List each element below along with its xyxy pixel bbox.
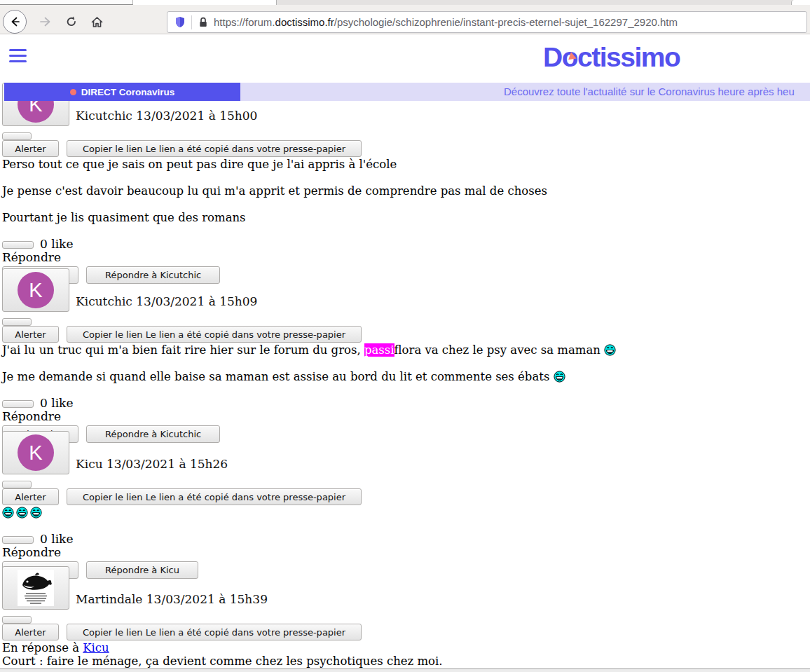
post-actions: Alerter Copier le lien Le lien a été cop…	[2, 488, 362, 505]
alert-button[interactable]: Alerter	[2, 326, 59, 343]
coronavirus-direct-label: DIRECT Coronavirus	[81, 87, 175, 97]
post-author-date: Kicutchic 13/03/2021 à 15h00	[76, 109, 257, 123]
like-count: 0 like	[40, 237, 73, 251]
like-button[interactable]	[2, 241, 34, 249]
coronavirus-banner: DIRECT Coronavirus Découvrez toute l'act…	[4, 83, 810, 101]
url-domain: doctissimo.fr	[275, 16, 334, 28]
laughing-smiley-icon	[554, 371, 565, 383]
tracking-protection-shield-icon[interactable]	[167, 16, 191, 28]
laughing-smiley-icon	[30, 507, 42, 519]
browser-tab-strip	[0, 0, 810, 5]
find-highlighted-text: passi	[364, 343, 394, 357]
avatar-button[interactable]	[2, 566, 69, 610]
reply-buttons-row: Répondre Répondre à Kicu	[2, 561, 806, 579]
laughing-smiley-icon	[604, 344, 616, 356]
post-content: J'ai lu un truc qui m'a bien fait rire h…	[2, 343, 806, 443]
alert-button[interactable]: Alerter	[2, 140, 59, 157]
post-actions: Alerter Copier le lien Le lien a été cop…	[2, 326, 362, 343]
post-actions: Alerter Copier le lien Le lien a été cop…	[2, 624, 362, 640]
collapsed-mini-button[interactable]	[2, 132, 32, 140]
reply-label: Répondre	[2, 546, 806, 559]
like-count: 0 like	[40, 396, 73, 410]
laughing-smiley-icon	[16, 507, 28, 519]
page-content: Doctissimo DIRECT Coronavirus Découvrez …	[0, 35, 810, 672]
alert-button[interactable]: Alerter	[2, 488, 59, 505]
like-row: 0 like	[2, 533, 806, 546]
reload-icon	[65, 15, 78, 28]
reply-to-user-button[interactable]: Répondre à Kicutchic	[86, 266, 220, 284]
reply-buttons-row: Répondre Répondre à Kicutchic	[2, 425, 806, 443]
avatar: K	[18, 434, 54, 471]
post-author-date: Kicutchic 13/03/2021 à 15h09	[76, 294, 257, 308]
url-bar[interactable]: https://forum.doctissimo.fr/psychologie/…	[167, 11, 807, 33]
post-content: En réponse à KicuCourt : faire le ménage…	[2, 641, 806, 668]
reply-buttons-row: Répondre Répondre à Kicutchic	[2, 266, 806, 284]
post-author-date: Kicu 13/03/2021 à 15h26	[76, 457, 228, 471]
reply-label: Répondre	[2, 251, 806, 264]
reply-label: Répondre	[2, 410, 806, 423]
collapsed-mini-button[interactable]	[2, 481, 32, 488]
collapsed-mini-button[interactable]	[2, 616, 32, 624]
url-path: /psychologie/schizophrenie/instant-preci…	[334, 16, 678, 28]
forward-button[interactable]	[34, 11, 56, 33]
post-author-date: Martindale 13/03/2021 à 15h39	[76, 592, 268, 606]
post-text: Perso tout ce que je sais on peut pas di…	[2, 158, 806, 224]
post-text: En réponse à KicuCourt : faire le ménage…	[2, 641, 806, 668]
post-content: Perso tout ce que je sais on peut pas di…	[2, 158, 806, 284]
reply-to-user-button[interactable]: Répondre à Kicu	[86, 561, 198, 579]
forum-posts-list: K Kicutchic 13/03/2021 à 15h00 Alerter C…	[2, 35, 810, 672]
home-icon	[90, 15, 104, 29]
avatar-button[interactable]: K	[2, 431, 69, 474]
back-button[interactable]	[3, 10, 27, 34]
post-actions: Alerter Copier le lien Le lien a été cop…	[2, 140, 362, 157]
cutoff-element	[0, 668, 810, 672]
home-button[interactable]	[85, 11, 108, 33]
reload-button[interactable]	[60, 11, 83, 33]
like-count: 0 like	[40, 532, 73, 546]
like-row: 0 like	[2, 397, 806, 410]
post-content: 0 like Répondre Répondre Répondre à Kicu	[2, 506, 806, 579]
active-tab-edge[interactable]	[133, 0, 277, 5]
copy-link-button[interactable]: Copier le lien Le lien a été copié dans …	[67, 488, 362, 505]
forward-arrow-icon	[39, 15, 51, 28]
copy-link-button[interactable]: Copier le lien Le lien a été copié dans …	[67, 140, 362, 157]
copy-link-button[interactable]: Copier le lien Le lien a été copié dans …	[67, 326, 362, 343]
live-dot-icon	[70, 89, 76, 95]
avatar: K	[18, 272, 54, 308]
reply-to-user-button[interactable]: Répondre à Kicutchic	[86, 425, 220, 443]
like-button[interactable]	[2, 400, 34, 408]
coronavirus-direct-tab[interactable]: DIRECT Coronavirus	[4, 83, 240, 101]
orca-avatar-image	[18, 570, 54, 606]
url-prefix: https://forum.	[214, 16, 275, 28]
url-input[interactable]: https://forum.doctissimo.fr/psychologie/…	[214, 16, 678, 28]
tab-edge-right[interactable]	[791, 0, 810, 5]
alert-button[interactable]: Alerter	[2, 624, 59, 640]
lock-icon[interactable]	[192, 17, 214, 28]
tab-edge[interactable]	[0, 0, 133, 5]
browser-toolbar: https://forum.doctissimo.fr/psychologie/…	[0, 5, 810, 34]
post-text	[2, 506, 806, 519]
copy-link-button[interactable]: Copier le lien Le lien a été copié dans …	[67, 624, 362, 640]
back-arrow-icon	[8, 15, 21, 28]
like-row: 0 like	[2, 238, 806, 251]
collapsed-mini-button[interactable]	[2, 318, 32, 326]
avatar-button[interactable]: K	[2, 268, 69, 312]
user-link[interactable]: Kicu	[83, 641, 109, 654]
coronavirus-promo-link[interactable]: Découvrez toute l'actualité sur le Coron…	[240, 83, 810, 101]
post-text: J'ai lu un truc qui m'a bien fait rire h…	[2, 343, 806, 383]
like-button[interactable]	[2, 536, 34, 544]
laughing-smiley-icon	[2, 507, 14, 519]
